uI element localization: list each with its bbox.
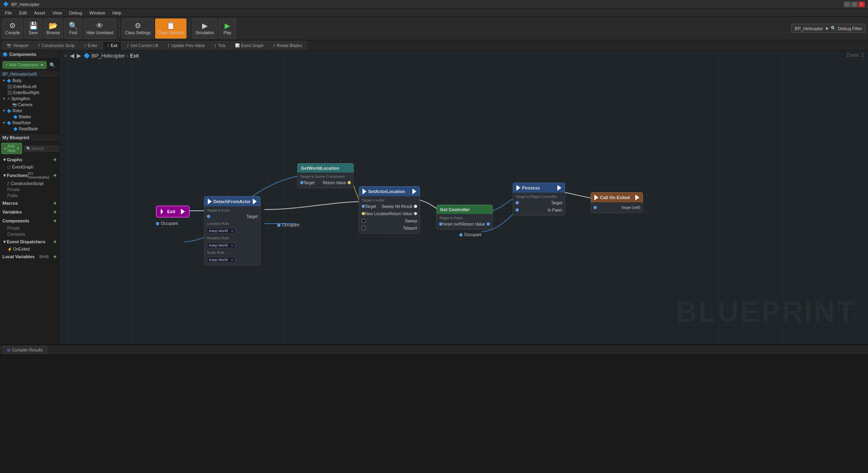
tree-item-rotor[interactable]: ▼ 🔷 Rotor <box>0 108 59 114</box>
components-bp-section[interactable]: Components + <box>0 216 59 225</box>
local-variables-add-button[interactable]: + <box>53 253 57 260</box>
add-component-button[interactable]: + Add Component ▼ <box>2 61 47 69</box>
on-exited-item[interactable]: ⚡ OnExited <box>0 246 59 252</box>
tab-tick[interactable]: ƒ Tick <box>210 41 230 50</box>
breadcrumb-forward-button[interactable]: ▶ <box>77 52 81 59</box>
functions-add-button[interactable]: + <box>53 172 57 179</box>
get-world-location-node[interactable]: GetWorldLocation Target is Scene Compone… <box>297 163 354 188</box>
event-graph-icon: ⬡ <box>7 165 11 169</box>
public-item[interactable]: Public <box>0 193 59 199</box>
my-blueprint-search[interactable]: 🔍 👁 <box>24 146 59 152</box>
tab-enter[interactable]: ƒ Enter <box>80 41 102 50</box>
rear-rotor-collapse-icon: ▼ <box>2 121 6 125</box>
macros-section[interactable]: Macros + <box>0 199 59 208</box>
menu-view[interactable]: View <box>49 9 65 16</box>
tree-item-camera[interactable]: 📷 Camera <box>0 102 59 108</box>
detach-rotation-rule-select[interactable]: Keep World <box>207 243 235 248</box>
sal-title: SetActorLocation <box>368 189 405 194</box>
sal-return-label: Return Value <box>389 212 413 216</box>
set-actor-location-node[interactable]: SetActorLocation Target is Actor Target … <box>359 186 420 234</box>
component-search-icon[interactable]: 🔍 <box>49 62 56 69</box>
exit-node[interactable]: Exit Occupant <box>156 206 190 218</box>
menu-help[interactable]: Help <box>109 9 125 16</box>
gwl-title: GetWorldLocation <box>301 166 339 171</box>
my-blueprint-header[interactable]: My Blueprint <box>0 134 59 142</box>
menu-asset[interactable]: Asset <box>31 9 49 16</box>
graphs-section[interactable]: ▼Graphs + <box>0 155 59 164</box>
event-dispatchers-section[interactable]: ▼Event Dispatchers + <box>0 237 59 246</box>
detach-location-rule-select[interactable]: Keep World <box>207 228 235 234</box>
detach-from-actor-node[interactable]: DetachFromActor Target is Actor Target L… <box>204 196 260 265</box>
variables-section[interactable]: Variables + <box>0 208 59 216</box>
tree-item-enter-box-left[interactable]: ⬛ EnterBoxLeft <box>0 84 59 90</box>
variables-add-button[interactable]: + <box>53 209 57 215</box>
constants-item[interactable]: Constants <box>0 231 59 237</box>
tree-item-blades[interactable]: 🔷 Blades <box>0 114 59 120</box>
compiler-results-tab[interactable]: ⚙ Compiler Results <box>2 346 47 354</box>
class-settings-button[interactable]: ⚙ Class Settings <box>122 19 154 39</box>
sal-sweep-checkbox[interactable] <box>362 219 366 223</box>
detach-scale-rule-select[interactable]: Keep World <box>207 257 235 263</box>
find-button[interactable]: 🔍 Find <box>64 19 82 39</box>
breadcrumb-star-icon[interactable]: ☆ <box>63 53 68 58</box>
tab-exit[interactable]: ƒ Exit <box>102 41 122 50</box>
hide-unrelated-button[interactable]: 👁 Hide Unrelated <box>84 19 116 39</box>
functions-section[interactable]: ▼Functions (21 Overridable) + <box>0 170 59 181</box>
tab-update-prev-value[interactable]: ƒ Update Prev Value <box>163 41 209 50</box>
tree-item-spring-arm[interactable]: ▼ ↗ SpringArm <box>0 96 59 102</box>
breadcrumb-blueprint-name[interactable]: BP_Helicopter <box>92 53 125 59</box>
play-button[interactable]: ▶ Play <box>219 19 236 39</box>
app-icon: 🔷 <box>3 2 9 7</box>
tree-item-rear-rotor[interactable]: ▼ 🔷 RearRotor <box>0 120 59 126</box>
possess-node[interactable]: Possess Target is Player Controller Targ… <box>513 183 565 216</box>
simulation-button[interactable]: ▶ Simulation <box>192 19 217 39</box>
detach-exec-in <box>208 199 212 204</box>
save-button[interactable]: 💾 Save <box>25 19 42 39</box>
menu-window[interactable]: Window <box>86 9 108 16</box>
coe-exec-out <box>635 195 639 200</box>
bottom-panel: ⚙ Compiler Results <box>0 344 868 393</box>
tab-rotate-blades[interactable]: ƒ Rotate Blades <box>269 41 307 50</box>
sal-exec-out <box>412 189 416 194</box>
private-item[interactable]: Private <box>0 187 59 193</box>
get-controller-node[interactable]: Get Controller Target is Pawn Target (se… <box>436 205 493 230</box>
tab-construction-script[interactable]: ƒ Construction Scrip <box>34 41 79 50</box>
add-new-button[interactable]: + Add New ▼ <box>1 143 22 154</box>
menu-file[interactable]: File <box>2 9 15 16</box>
call-on-exited-node[interactable]: Call On Exited Target (self) <box>591 192 643 213</box>
coe-exec-in <box>594 195 598 200</box>
add-new-arrow: ▼ <box>16 147 19 150</box>
sal-teleport-label: Teleport <box>403 226 418 230</box>
components-bp-add-button[interactable]: + <box>53 218 57 224</box>
breadcrumb-back-button[interactable]: ◀ <box>70 52 74 59</box>
menu-edit[interactable]: Edit <box>16 9 30 16</box>
tree-item-enter-box-right[interactable]: ⬛ EnterBoxRight <box>0 90 59 96</box>
construction-script-item[interactable]: ƒ ConstructionScript <box>0 181 59 187</box>
blueprint-canvas[interactable]: ☆ ◀ ▶ 🔷 BP_Helicopter › Exit Zoom: 1 <box>59 51 868 344</box>
local-variables-section[interactable]: Local Variables (Exit) + <box>0 252 59 261</box>
rear-blade-icon: 🔷 <box>13 127 18 131</box>
event-graph-item[interactable]: ⬡ EventGraph <box>0 164 59 170</box>
tab-viewport[interactable]: 📷 Viewport <box>2 41 33 50</box>
maximize-button[interactable]: □ <box>851 2 858 7</box>
tab-event-graph[interactable]: 📊 Event Graph <box>231 41 268 50</box>
enter-tab-icon: ƒ <box>84 43 86 47</box>
search-input[interactable] <box>31 146 59 151</box>
macros-add-button[interactable]: + <box>53 200 57 206</box>
tab-get-current-lift[interactable]: ƒ Get Current Lift <box>123 41 162 50</box>
graphs-add-button[interactable]: + <box>53 156 57 163</box>
sal-target-pin <box>362 205 365 208</box>
components-section-header[interactable]: 🔷 Components <box>0 51 59 59</box>
tree-item-rear-blade[interactable]: 🔷 RearBlade <box>0 126 59 132</box>
event-dispatchers-add-button[interactable]: + <box>53 239 57 245</box>
menu-debug[interactable]: Debug <box>66 9 85 16</box>
debug-filter-button[interactable]: BP_Helicopter ▼ 🔍 Debug Filter <box>791 24 866 33</box>
sal-teleport-checkbox[interactable] <box>362 226 366 230</box>
close-button[interactable]: ✕ <box>858 2 865 7</box>
browse-button[interactable]: 📂 Browse <box>44 19 63 39</box>
compile-button[interactable]: ⚙ Compile <box>2 19 23 39</box>
private-var-item[interactable]: Private <box>0 225 59 231</box>
tree-item-body[interactable]: ▼ 🔷 Body <box>0 78 59 84</box>
class-defaults-button[interactable]: 📋 Class Defaults <box>155 19 186 39</box>
minimize-button[interactable]: ─ <box>844 2 850 7</box>
